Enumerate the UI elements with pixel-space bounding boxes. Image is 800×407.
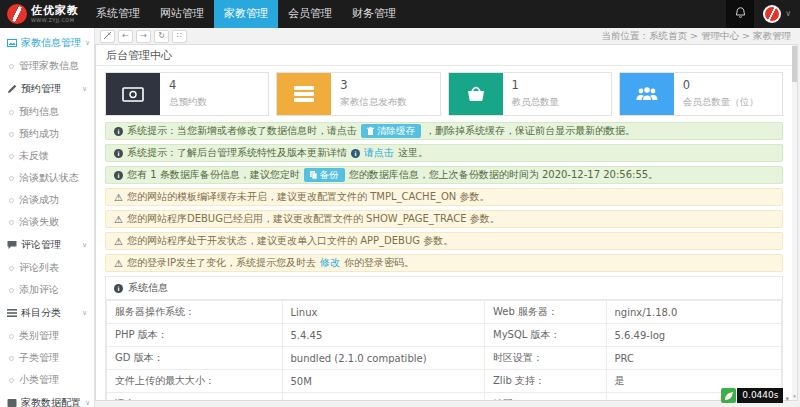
sidebar-item-comment-list[interactable]: 评论列表 [0,257,94,279]
system-info-table: 服务器操作系统： Linux Web 服务器： nginx/1.18.0 PHP… [106,300,782,401]
alert-text: 系统提示：当您新增或者修改了数据信息时，请点击 [127,124,357,138]
clear-cache-button[interactable]: 清除缓存 [361,124,421,138]
warning-icon: ⚠ [114,258,123,269]
info-icon: i [114,284,123,293]
main-nav: 系统管理 网站管理 家教管理 会员管理 财务管理 [86,0,406,28]
pencil-icon [7,84,17,94]
sidebar-section-subjects[interactable]: 科目分类 ∨ [0,301,94,325]
tab-bar: 后台管理中心 [96,45,797,66]
exec-time: 0.0440s [737,388,783,403]
panel-body: 4 总预约数 3 家教信息发布数 1 教员总数量 [96,66,797,401]
brand[interactable]: 佐优家教 WWW.ZYJJ.COM [0,0,86,28]
notifications-button[interactable] [726,0,754,28]
trace-badge[interactable]: 0.0440s ▾ [721,388,789,403]
database-icon [7,398,17,407]
table-row: 服务器操作系统： Linux Web 服务器： nginx/1.18.0 [107,301,782,324]
sidebar-item-negotiation-success[interactable]: 洽谈成功 [0,189,94,211]
fullscreen-button[interactable]: ∷ [172,30,187,43]
top-navbar: 佐优家教 WWW.ZYJJ.COM 系统管理 网站管理 家教管理 会员管理 财务… [0,0,800,28]
alert-version-info: i 系统提示：了解后台管理系统特性及版本更新详情 i 请点击 这里。 [105,144,783,162]
table-cell: 时区设置： [485,347,607,370]
stat-card-tutor-posts: 3 家教信息发布数 [276,72,440,116]
alert-text: 您的登录IP发生了变化，系统提示您及时去 [127,256,316,270]
bell-icon [735,7,746,22]
table-cell: 编码： [485,393,607,402]
tab-admin-center[interactable]: 后台管理中心 [96,45,182,65]
chevron-down-icon: ∨ [785,10,791,18]
nav-item-tutor[interactable]: 家教管理 [214,0,278,28]
alert-login-ip: ⚠ 您的登录IP发生了变化，系统提示您及时去 修改 你的登录密码。 [105,254,783,272]
info-icon: i [114,127,123,136]
stat-card-members: 0 会员总数量（位） [619,72,783,116]
sidebar-item-add-comment[interactable]: 添加评论 [0,279,94,301]
scroll-down-arrow[interactable]: ▾ [792,392,797,400]
sidebar-section-comments[interactable]: 评论管理 ∨ [0,233,94,257]
backup-button[interactable]: 备份 [304,168,345,182]
warning-icon: ⚠ [114,192,123,203]
section-label: 家教信息管理 [21,36,81,50]
basket-icon [449,73,503,115]
nav-item-system[interactable]: 系统管理 [86,0,150,28]
nav-item-finance[interactable]: 财务管理 [342,0,406,28]
sidebar-item-negotiation-fail[interactable]: 洽谈失败 [0,211,94,233]
alert-text: 您有 1 条数据库备份信息，建议您定时 [127,168,300,182]
nav-item-website[interactable]: 网站管理 [150,0,214,28]
alert-text: 这里。 [398,146,428,160]
table-row: 文件上传的最大大小： 50M Zlib 支持： 是 [107,370,782,393]
alert-clear-cache: i 系统提示：当您新增或者修改了数据信息时，请点击 清除缓存 ，删除掉系统缓存，… [105,122,783,140]
sidebar-item-booking-info[interactable]: 预约信息 [0,101,94,123]
sidebar-section-data-config[interactable]: 家教数据配置 ∨ [0,391,94,407]
section-label: 预约管理 [21,82,61,96]
forward-button[interactable]: → [136,30,151,43]
sidebar-item-subcategory-mgmt[interactable]: 子类管理 [0,347,94,369]
table-cell: nginx/1.18.0 [606,301,782,324]
chevron-down-icon: ∨ [85,39,90,47]
scrollbar[interactable]: ▾ [792,45,797,400]
money-icon [106,73,160,115]
card-info: 4 总预约数 [160,73,216,115]
list-icon [7,308,17,318]
nav-item-member[interactable]: 会员管理 [278,0,342,28]
scrollbar-thumb[interactable] [792,46,797,82]
back-button[interactable]: ← [118,30,133,43]
refresh-button[interactable]: ↻ [154,30,169,43]
chevron-down-icon: ∨ [82,309,87,317]
alert-debug-enabled: ⚠ 您的网站程序DEBUG已经启用，建议更改配置文件的 SHOW_PAGE_TR… [105,210,783,228]
users-icon [620,73,674,115]
brand-name: 佐优家教 [31,5,79,16]
card-label: 会员总数量（位） [683,97,759,107]
sidebar-section-tutor-info[interactable]: 家教信息管理 ∨ [0,31,94,55]
brand-logo-icon [7,4,27,24]
warning-icon: ⚠ [114,214,123,225]
section-label: 评论管理 [21,238,61,252]
change-password-link[interactable]: 修改 [320,256,340,270]
comment-icon [7,240,17,250]
content-toolbar: ← → ↻ ∷ 当前位置：系统首页 > 管理中心 > 家教管理 [95,28,800,44]
user-menu[interactable]: ∨ [754,0,800,28]
table-cell: 服务器操作系统： [107,301,283,324]
please-click-link[interactable]: 请点击 [364,146,394,160]
chevron-down-icon: ∨ [85,399,90,407]
table-cell: 5.6.49-log [606,324,782,347]
table-cell: PRC [606,347,782,370]
alert-text: 你的登录密码。 [344,256,414,270]
sidebar-item-booking-success[interactable]: 预约成功 [0,123,94,145]
stat-card-bookings: 4 总预约数 [105,72,269,116]
chevron-down-icon: ∨ [82,85,87,93]
sidebar-item-manage-tutor-info[interactable]: 管理家教信息 [0,55,94,77]
card-label: 教员总数量 [512,97,560,107]
avatar [763,5,781,23]
sidebar-item-category-mgmt[interactable]: 类别管理 [0,325,94,347]
info-icon: i [114,171,123,180]
sidebar-item-negotiation-default[interactable]: 洽谈默认状态 [0,167,94,189]
sidebar-item-no-feedback[interactable]: 未反馈 [0,145,94,167]
pin-button[interactable] [100,30,115,43]
table-row: GD 版本： bundled (2.1.0 compatible) 时区设置： … [107,347,782,370]
brand-text: 佐优家教 WWW.ZYJJ.COM [31,5,79,23]
card-info: 0 会员总数量（位） [674,73,768,115]
sidebar: 家教信息管理 ∨ 管理家教信息 预约管理 ∨ 预约信息 预约成功 未反馈 洽谈默… [0,28,95,407]
chevron-down-icon: ∨ [82,241,87,249]
sidebar-item-minor-category-mgmt[interactable]: 小类管理 [0,369,94,391]
sidebar-section-booking[interactable]: 预约管理 ∨ [0,77,94,101]
system-info-header: i 系统信息 [106,277,782,300]
